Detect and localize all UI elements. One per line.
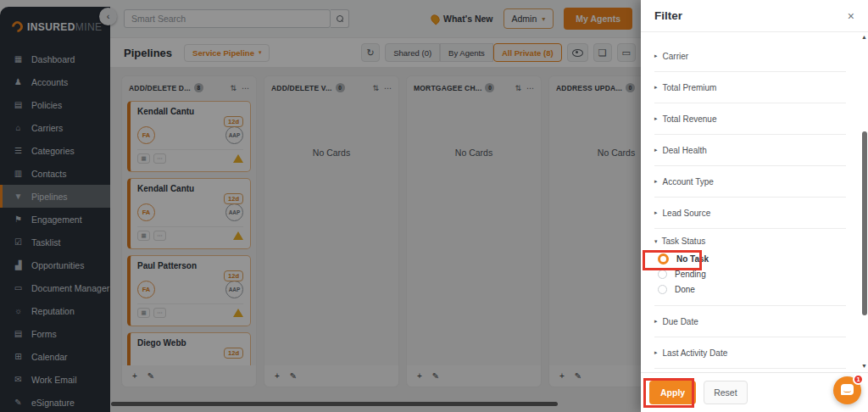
task-status-toggle[interactable]: ▾ Task Status — [654, 237, 846, 246]
filter-section-lead-source[interactable]: ▸Lead Source — [654, 198, 846, 229]
scroll-up-icon[interactable]: ▲ — [861, 34, 867, 40]
filter-panel: Filter × ▸Carrier ▸Total Premium ▸Total … — [641, 0, 868, 412]
chevron-right-icon: ▸ — [654, 53, 658, 59]
close-icon[interactable]: × — [848, 9, 854, 23]
apply-button[interactable]: Apply — [649, 381, 696, 404]
chevron-right-icon: ▸ — [654, 115, 658, 122]
filter-section-total-premium[interactable]: ▸Total Premium — [654, 72, 846, 103]
chat-unread-badge: 1 — [853, 374, 864, 385]
chevron-right-icon: ▸ — [654, 84, 658, 91]
radio-icon — [658, 285, 667, 294]
filter-section-deal-health[interactable]: ▸Deal Health — [654, 135, 846, 166]
filter-section-account-type[interactable]: ▸Account Type — [654, 166, 846, 198]
filter-section-due-date[interactable]: ▸Due Date — [654, 306, 846, 337]
chevron-right-icon: ▸ — [654, 318, 658, 325]
radio-done[interactable]: Done — [654, 281, 846, 297]
reset-button[interactable]: Reset — [704, 381, 747, 404]
chevron-right-icon: ▸ — [654, 178, 658, 185]
backdrop-overlay[interactable] — [0, 0, 641, 412]
chevron-down-icon: ▾ — [654, 238, 658, 245]
radio-icon — [658, 270, 667, 279]
chevron-right-icon: ▸ — [654, 349, 658, 356]
chat-widget-button[interactable]: 1 — [833, 376, 861, 404]
chevron-right-icon: ▸ — [654, 209, 658, 216]
radio-selected-icon — [658, 253, 669, 264]
vertical-scrollbar-thumb[interactable] — [862, 131, 867, 315]
radio-pending[interactable]: Pending — [654, 266, 846, 281]
filter-panel-body: ▸Carrier ▸Total Premium ▸Total Revenue ▸… — [641, 33, 860, 371]
filter-section-carrier[interactable]: ▸Carrier — [654, 41, 846, 72]
filter-section-task-status: ▾ Task Status No Task Pending Done — [654, 229, 846, 306]
filter-section-last-activity-date[interactable]: ▸Last Activity Date — [654, 337, 846, 369]
radio-no-task[interactable]: No Task — [654, 251, 846, 266]
chat-bubble-icon — [841, 384, 854, 395]
scroll-down-icon[interactable]: ▼ — [861, 363, 867, 369]
filter-panel-header: Filter × — [641, 0, 868, 32]
insuredmine-app: INSUREDMINE ▦Dashboard ♟Accounts ▤Polici… — [0, 0, 868, 412]
filter-title: Filter — [654, 9, 682, 22]
chevron-right-icon: ▸ — [654, 147, 658, 153]
filter-section-total-revenue[interactable]: ▸Total Revenue — [654, 103, 846, 135]
